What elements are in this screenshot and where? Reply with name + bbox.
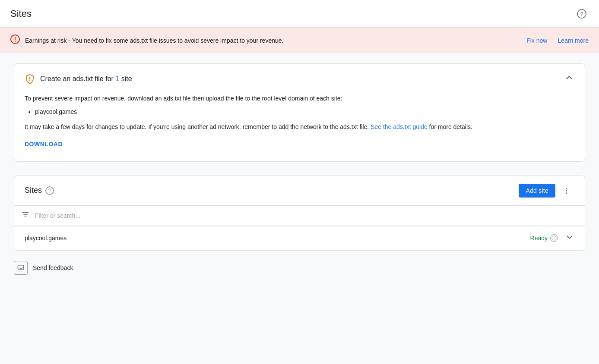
shield-icon (25, 74, 35, 84)
download-button[interactable]: DOWNLOAD (25, 137, 63, 151)
more-vert-icon (562, 186, 571, 195)
note-suffix: for more details. (428, 123, 472, 130)
chevron-down-icon[interactable] (565, 232, 574, 244)
warning-title-suffix: site (119, 75, 132, 82)
add-site-button[interactable]: Add site (519, 184, 555, 198)
warning-card-title: Create an ads.txt file for 1 site (40, 75, 132, 83)
site-domain: playcool.games (25, 235, 530, 242)
alert-icon (10, 35, 20, 46)
warning-count: 1 (115, 75, 119, 82)
sites-title-row: Sites ? (25, 186, 54, 195)
chevron-up-icon (564, 72, 574, 85)
top-header: Sites ? (0, 0, 599, 28)
learn-more-link[interactable]: Learn more (558, 37, 589, 44)
domain-list: playcool.games (25, 108, 574, 115)
svg-point-8 (566, 190, 567, 191)
list-item: playcool.games (35, 108, 574, 115)
main-content: Create an ads.txt file for 1 site To pre… (0, 53, 599, 289)
alert-actions: Fix now Learn more (526, 37, 589, 44)
warning-card-header[interactable]: Create an ads.txt file for 1 site (14, 64, 585, 94)
page-title: Sites (10, 8, 32, 19)
note-text: It may take a few days for changes to up… (25, 122, 574, 132)
more-options-button[interactable] (559, 183, 574, 198)
note-prefix: It may take a few days for changes to up… (25, 123, 371, 130)
warning-card-body: To prevent severe impact on revenue, dow… (14, 94, 585, 161)
alert-message: Earnings at risk - You need to fix some … (25, 37, 526, 44)
alert-banner: Earnings at risk - You need to fix some … (0, 28, 599, 53)
site-row: playcool.games Ready i (14, 226, 585, 250)
svg-text:?: ? (580, 10, 583, 17)
sites-help-icon[interactable]: ? (45, 186, 54, 195)
status-text: Ready (530, 235, 548, 242)
feedback-row[interactable]: Send feedback (14, 251, 585, 278)
warning-card: Create an ads.txt file for 1 site To pre… (14, 63, 585, 162)
warning-title-prefix: Create an ads.txt file for (40, 75, 115, 82)
fix-now-link[interactable]: Fix now (526, 37, 547, 44)
ads-txt-guide-link[interactable]: See the ads.txt guide (371, 123, 428, 130)
svg-text:i: i (554, 237, 555, 240)
filter-bar (14, 205, 585, 226)
help-button[interactable]: ? (575, 7, 589, 21)
warning-description: To prevent severe impact on revenue, dow… (25, 94, 574, 103)
sites-header: Sites ? Add site (14, 176, 585, 205)
filter-icon (21, 210, 30, 221)
feedback-icon (14, 261, 28, 275)
warning-card-title-row: Create an ads.txt file for 1 site (25, 74, 132, 84)
svg-point-6 (29, 80, 30, 81)
site-status: Ready i (530, 234, 558, 242)
sites-section: Sites ? Add site (14, 176, 585, 251)
svg-point-9 (566, 192, 567, 194)
sites-section-title: Sites (25, 186, 42, 195)
status-info-icon[interactable]: i (550, 234, 558, 242)
svg-point-4 (15, 41, 16, 41)
filter-search-input[interactable] (35, 212, 578, 219)
sites-actions: Add site (519, 183, 574, 198)
feedback-label: Send feedback (33, 264, 73, 271)
svg-point-7 (566, 188, 567, 189)
help-icon: ? (577, 9, 587, 19)
